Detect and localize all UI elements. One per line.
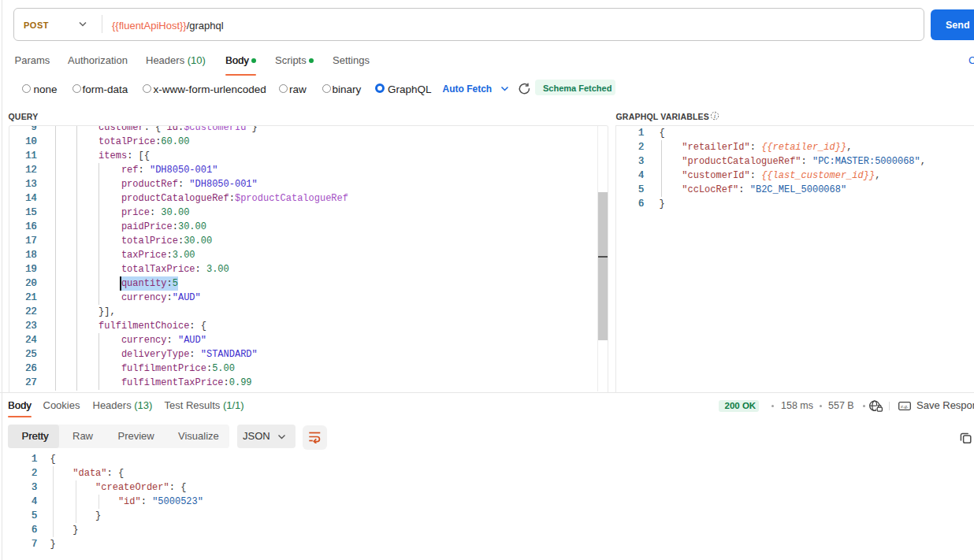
- svg-text:e.g.: e.g.: [901, 402, 909, 408]
- svg-text:i: i: [713, 112, 715, 119]
